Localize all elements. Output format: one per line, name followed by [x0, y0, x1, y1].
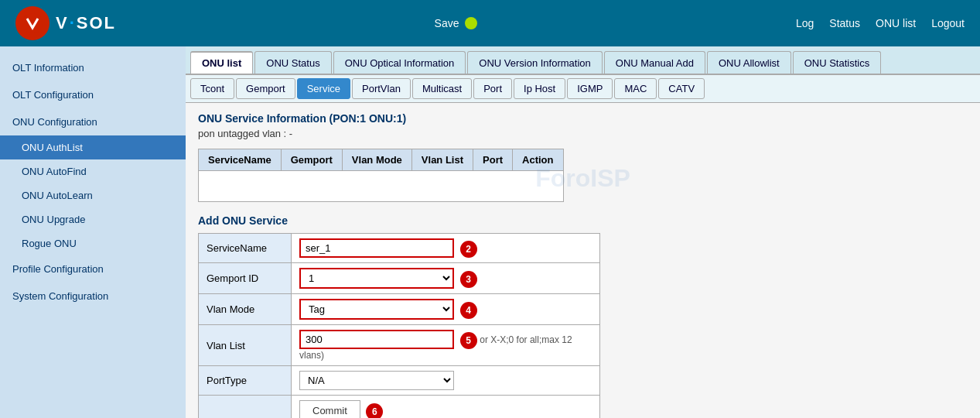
sidebar-item-system-configuration[interactable]: System Configuration [0, 283, 186, 310]
sub-tab-catv[interactable]: CATV [658, 78, 705, 99]
logout-link[interactable]: Logout [931, 17, 965, 29]
sub-tab-bar: Tcont Gemport Service PortVlan Multicast… [186, 75, 980, 103]
sub-tab-ip-host[interactable]: Ip Host [514, 78, 565, 99]
badge-2: 2 [460, 241, 477, 258]
col-vlan-list: Vlan List [411, 149, 473, 171]
badge-3: 3 [460, 271, 477, 288]
sidebar-sub-onu-autofind[interactable]: ONU AutoFind [0, 159, 186, 183]
form-row-vlan-mode: Vlan Mode TagTransparentTranslate 4 [199, 294, 600, 325]
save-label: Save [435, 17, 459, 29]
sidebar: OLT Information OLT Configuration ONU Co… [0, 46, 186, 418]
log-link[interactable]: Log [796, 17, 814, 29]
label-gemport-id: Gemport ID [199, 263, 292, 294]
status-link[interactable]: Status [829, 17, 860, 29]
select-porttype[interactable]: N/AETHVOIPUSB [299, 371, 454, 390]
sidebar-item-profile-configuration[interactable]: Profile Configuration [0, 255, 186, 283]
top-bar: V·SOL Save Log Status ONU list Logout [0, 0, 980, 46]
tab-onu-list[interactable]: ONU list [190, 51, 253, 74]
main-tab-bar: ONU list ONU Status ONU Optical Informat… [186, 46, 980, 75]
cell-gemport-id: 1234 3 [292, 263, 600, 294]
top-right-nav: Log Status ONU list Logout [796, 17, 965, 29]
cell-vlan-list: 5 or X-X;0 for all;max 12 vlans) [292, 325, 600, 366]
sidebar-item-onu-configuration[interactable]: ONU Configuration [0, 108, 186, 135]
service-table: ServiceName Gemport Vlan Mode Vlan List … [198, 149, 564, 202]
sidebar-item-olt-configuration[interactable]: OLT Configuration [0, 81, 186, 108]
commit-label-cell [199, 396, 292, 419]
col-service-name: ServiceName [199, 149, 282, 171]
form-section-title: Add ONU Service [198, 214, 968, 227]
sub-tab-mac[interactable]: MAC [614, 78, 657, 99]
tab-onu-allowlist[interactable]: ONU Allowlist [707, 51, 791, 74]
col-vlan-mode: Vlan Mode [342, 149, 411, 171]
commit-button[interactable]: Commit [299, 400, 360, 418]
status-dot [465, 17, 477, 29]
tab-onu-statistics[interactable]: ONU Statistics [793, 51, 882, 74]
sub-tab-multicast[interactable]: Multicast [412, 78, 472, 99]
form-row-commit: Commit 6 [199, 396, 600, 419]
page-content: ONU Service Information (PON:1 ONU:1) po… [186, 103, 980, 418]
badge-4: 4 [460, 302, 477, 319]
sidebar-item-olt-information[interactable]: OLT Information [0, 54, 186, 81]
form-row-gemport-id: Gemport ID 1234 3 [199, 263, 600, 294]
col-gemport: Gemport [281, 149, 342, 171]
logo-text: V·SOL [56, 13, 116, 33]
label-vlan-mode: Vlan Mode [199, 294, 292, 325]
input-vlan-list[interactable] [299, 330, 454, 349]
sidebar-sub-onu-upgrade[interactable]: ONU Upgrade [0, 207, 186, 231]
sub-tab-gemport[interactable]: Gemport [236, 78, 295, 99]
sub-tab-portvlan[interactable]: PortVlan [352, 78, 411, 99]
col-action: Action [513, 149, 563, 171]
sub-tab-tcont[interactable]: Tcont [190, 78, 234, 99]
tab-onu-status[interactable]: ONU Status [254, 51, 331, 74]
cell-porttype: N/AETHVOIPUSB [292, 366, 600, 396]
table-area: ForoISP ServiceName Gemport Vlan Mode Vl… [198, 149, 968, 202]
cell-servicename: 2 [292, 234, 600, 263]
badge-6: 6 [366, 403, 383, 418]
cell-vlan-mode: TagTransparentTranslate 4 [292, 294, 600, 325]
select-vlan-mode[interactable]: TagTransparentTranslate [299, 299, 454, 320]
save-area: Save [435, 17, 478, 29]
logo-icon [15, 6, 50, 40]
add-onu-service-form: ServiceName 2 Gemport ID 1234 3 [198, 233, 600, 418]
sidebar-sub-onu-authlist[interactable]: ONU AuthList [0, 135, 186, 159]
form-row-porttype: PortType N/AETHVOIPUSB [199, 366, 600, 396]
main-layout: OLT Information OLT Configuration ONU Co… [0, 46, 980, 418]
sub-tab-igmp[interactable]: IGMP [567, 78, 613, 99]
badge-5: 5 [460, 332, 477, 349]
sidebar-sub-onu-autolearn[interactable]: ONU AutoLearn [0, 183, 186, 207]
onu-list-link[interactable]: ONU list [876, 17, 916, 29]
sidebar-sub-rogue-onu[interactable]: Rogue ONU [0, 231, 186, 255]
sub-tab-port[interactable]: Port [473, 78, 512, 99]
label-servicename: ServiceName [199, 234, 292, 263]
label-vlan-list: Vlan List [199, 325, 292, 366]
form-row-servicename: ServiceName 2 [199, 234, 600, 263]
svg-point-0 [22, 13, 43, 33]
page-title: ONU Service Information (PON:1 ONU:1) [198, 112, 968, 125]
sub-tab-service[interactable]: Service [297, 78, 350, 99]
content-area: ONU list ONU Status ONU Optical Informat… [186, 46, 980, 418]
tab-onu-optical[interactable]: ONU Optical Information [333, 51, 466, 74]
input-servicename[interactable] [299, 238, 454, 258]
logo-area: V·SOL [15, 6, 116, 40]
page-subtitle: pon untagged vlan : - [198, 128, 968, 139]
form-row-vlan-list: Vlan List 5 or X-X;0 for all;max 12 vlan… [199, 325, 600, 366]
label-porttype: PortType [199, 366, 292, 396]
select-gemport-id[interactable]: 1234 [299, 268, 454, 289]
col-port: Port [473, 149, 513, 171]
commit-cell: Commit 6 [292, 396, 600, 419]
tab-onu-version[interactable]: ONU Version Information [467, 51, 603, 74]
tab-onu-manual-add[interactable]: ONU Manual Add [604, 51, 705, 74]
